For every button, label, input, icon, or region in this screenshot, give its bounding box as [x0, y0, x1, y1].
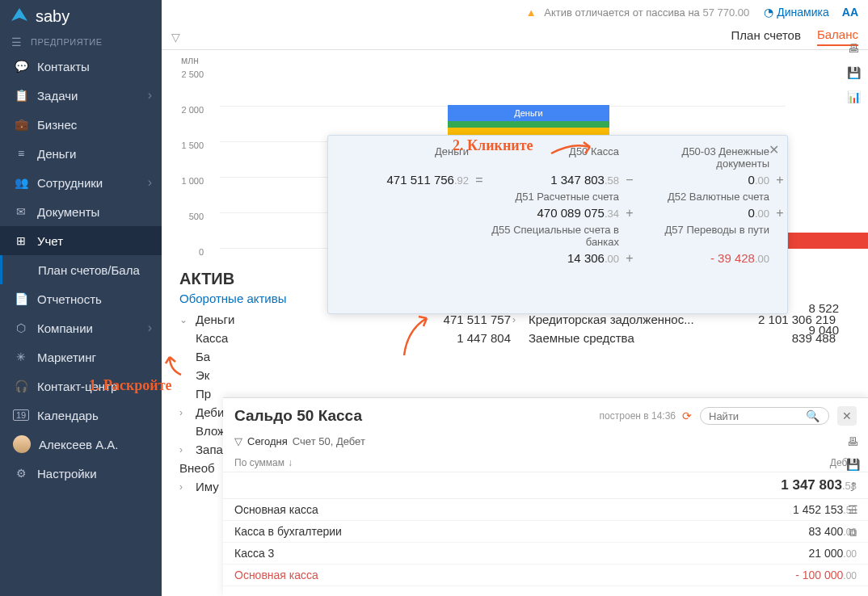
brand-name: saby	[36, 7, 70, 26]
panel-title: Сальдо 50 Касса	[234, 407, 600, 425]
tab-plan[interactable]: План счетов	[731, 28, 801, 45]
warning-icon: ▲	[526, 6, 537, 19]
nav-sub-plan[interactable]: План счетов/Бала	[0, 255, 162, 284]
topbar: ▲ Актив отличается от пассива на 57 770.…	[162, 0, 868, 24]
contacts-icon: 💬	[13, 60, 29, 73]
employees-icon: 👥	[13, 176, 29, 189]
search-icon[interactable]: 🔍	[806, 409, 820, 422]
calendar-icon: 19	[13, 409, 29, 421]
list-item[interactable]: Основная касса- 100 000.00	[223, 565, 868, 586]
avatar	[13, 435, 31, 453]
chart-unit: млн	[181, 55, 199, 66]
list-item[interactable]: Касса 321 000.00	[223, 543, 868, 565]
col-by-sum[interactable]: По суммам↓	[234, 457, 760, 468]
panel-filter[interactable]: ▽ Сегодня Счет 50, Дебет	[223, 434, 868, 454]
close-panel-button[interactable]: ✕	[837, 406, 857, 426]
chevron-right-icon[interactable]: ›	[179, 444, 192, 455]
nav-reports[interactable]: 📄Отчетность	[0, 284, 162, 313]
nav-contact-center[interactable]: 🎧Контакт-центр	[0, 371, 162, 401]
panel-header: Сальдо 50 Касса построен в 14:36 ⟳ 🔍 ✕	[223, 398, 868, 434]
documents-icon: ✉	[13, 205, 29, 218]
nav-marketing[interactable]: ✳Маркетинг	[0, 342, 162, 371]
popup-icon[interactable]: ⧉	[849, 526, 857, 539]
business-icon: 💼	[13, 118, 29, 131]
nav-accounting[interactable]: ⊞Учет	[0, 226, 162, 255]
list-item[interactable]: Касса в бухгалтерии83 400.00	[223, 521, 868, 543]
tasks-icon: 📋	[13, 89, 29, 102]
font-size-button[interactable]: AA	[842, 6, 858, 19]
chevron-right-icon: ›	[148, 88, 152, 103]
chevron-right-icon[interactable]: ›	[512, 314, 525, 325]
marketing-icon: ✳	[13, 350, 29, 363]
plus-icon[interactable]: +	[619, 206, 640, 220]
nav-business[interactable]: 💼Бизнес	[0, 110, 162, 139]
chevron-right-icon[interactable]: ›	[179, 481, 192, 493]
panel-columns: По суммам↓ Дебет	[223, 454, 868, 472]
sort-down-icon: ↓	[288, 457, 293, 468]
nav-companies[interactable]: ⬡Компании›	[0, 313, 162, 342]
nav-contacts[interactable]: 💬Контакты	[0, 52, 162, 81]
companies-icon: ⬡	[13, 321, 29, 334]
chevron-right-icon: ›	[148, 321, 152, 335]
reports-icon: 📄	[13, 292, 29, 305]
logo-icon	[10, 6, 29, 26]
balance-row[interactable]: Касса1 447 804 Заемные средства839 488	[179, 329, 836, 347]
sidebar: saby ☰ ПРЕДПРИЯТИЕ 💬Контакты 📋Задачи› 💼Б…	[0, 0, 162, 596]
chevron-right-icon[interactable]: ›	[179, 407, 192, 418]
annotation-arrow-1	[162, 352, 186, 376]
headset-icon: 🎧	[13, 380, 29, 392]
section-label: ПРЕДПРИЯТИЕ	[19, 32, 116, 52]
money-icon: ≡	[13, 147, 29, 160]
search-box[interactable]: 🔍	[700, 407, 829, 425]
logo-row: saby	[0, 0, 162, 32]
filter-icon[interactable]: ▽	[171, 31, 180, 44]
money-detail-popup: ✕ Деньги Д50 Касса Д50-03 Денежные докум…	[327, 135, 788, 314]
filter-icon[interactable]: ▽	[234, 435, 242, 447]
refresh-icon[interactable]: ⟳	[682, 409, 692, 422]
partial-value: 8 522	[808, 301, 839, 315]
nav-calendar[interactable]: 19Календарь	[0, 401, 162, 430]
minus-icon: −	[619, 173, 640, 187]
panel-toolbar: 🖶 💾 ⤴ ☰ ⧉	[842, 435, 863, 539]
print-icon[interactable]: 🖶	[847, 435, 858, 448]
list-icon[interactable]: ☰	[848, 503, 858, 516]
annotation-arrow-3	[402, 313, 435, 362]
search-input[interactable]	[709, 410, 806, 422]
nav-tasks[interactable]: 📋Задачи›	[0, 81, 162, 110]
balance-row[interactable]: Ба	[179, 347, 836, 366]
close-icon[interactable]: ✕	[769, 142, 779, 157]
equals-icon: =	[469, 173, 490, 187]
plus-icon[interactable]: +	[769, 173, 790, 187]
warning-text: ▲ Актив отличается от пассива на 57 770.…	[526, 6, 749, 19]
plus-icon[interactable]: +	[769, 206, 790, 220]
partial-value: 9 040	[808, 323, 839, 337]
hamburger-icon[interactable]: ☰	[0, 36, 19, 48]
nav-documents[interactable]: ✉Документы	[0, 197, 162, 226]
tabs-row: ▽ План счетов Баланс	[162, 24, 868, 50]
saldo-panel: Сальдо 50 Касса построен в 14:36 ⟳ 🔍 ✕ ▽…	[223, 397, 868, 596]
nav-settings[interactable]: ⚙Настройки	[0, 459, 162, 488]
chevron-right-icon: ›	[148, 175, 152, 190]
panel-total-row: 1 347 803.58	[223, 472, 868, 499]
built-time: построен в 14:36	[600, 410, 676, 422]
nav-user[interactable]: Алексеев А.А.	[0, 430, 162, 459]
accounting-icon: ⊞	[13, 234, 29, 247]
list-item[interactable]: Основная касса1 452 153.58	[223, 499, 868, 521]
nav-money[interactable]: ≡Деньги	[0, 139, 162, 168]
annotation-arrow-2	[550, 139, 598, 158]
chart-icon: ◔	[764, 6, 773, 19]
save-icon[interactable]: 💾	[846, 458, 860, 471]
plus-icon[interactable]: +	[619, 251, 640, 266]
chevron-down-icon[interactable]: ⌄	[179, 314, 192, 325]
nav-employees[interactable]: 👥Сотрудники›	[0, 168, 162, 197]
export-icon[interactable]: ⤴	[850, 481, 856, 493]
gear-icon: ⚙	[13, 467, 29, 480]
dynamics-link[interactable]: ◔Динамика	[764, 6, 828, 19]
balance-row[interactable]: Эк	[179, 366, 836, 384]
